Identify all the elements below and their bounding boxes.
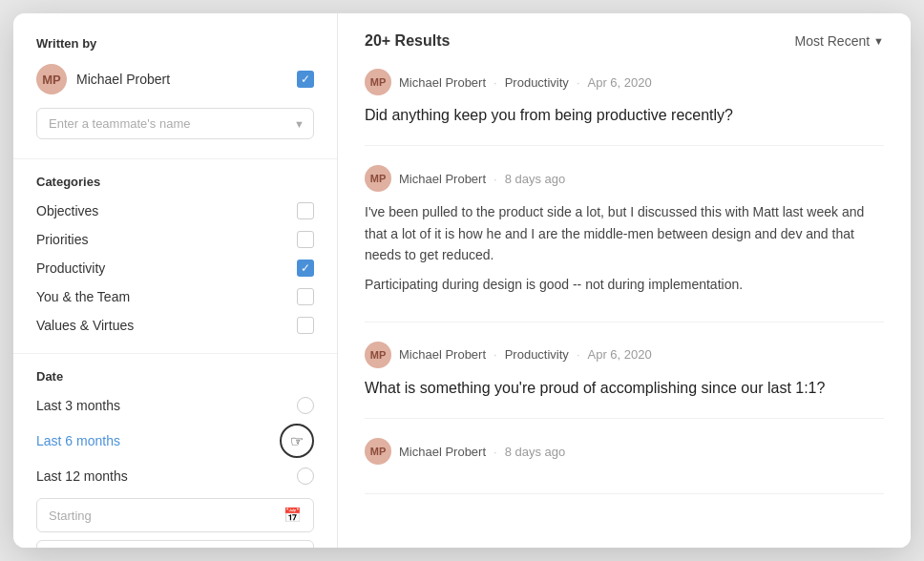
- result-response-text-2a: I've been pulled to the product side a l…: [365, 201, 884, 265]
- category-label-objectives: Objectives: [36, 203, 98, 218]
- date-label: Date: [36, 369, 314, 384]
- result-avatar-1: MP: [365, 69, 391, 95]
- date-label-6months: Last 6 months: [36, 433, 120, 448]
- result-avatar-2: MP: [365, 165, 391, 192]
- category-item-objectives: Objectives: [36, 202, 314, 219]
- results-count: 20+ Results: [365, 32, 450, 50]
- result-tag-3: Productivity: [505, 347, 569, 362]
- result-tag-1: Productivity: [505, 75, 569, 90]
- category-item-you-team: You & the Team: [36, 288, 314, 305]
- category-label-values: Values & Virtues: [36, 318, 134, 333]
- date-radio-6months[interactable]: ☞: [280, 424, 314, 458]
- date-label-3months: Last 3 months: [36, 398, 120, 413]
- result-response-text-2b: Participating during design is good -- n…: [365, 274, 884, 295]
- result-card-4: MP Michael Probert · 8 days ago: [365, 438, 884, 494]
- result-date-1: Apr 6, 2020: [588, 75, 652, 90]
- teammate-input[interactable]: [36, 108, 314, 139]
- author-avatar: MP: [36, 64, 67, 94]
- divider-1: [13, 158, 337, 159]
- result-timeago-4: 8 days ago: [505, 445, 566, 459]
- sort-chevron-icon: ▼: [873, 35, 884, 47]
- category-label-priorities: Priorities: [36, 232, 88, 247]
- sort-select[interactable]: Most Recent ▼: [795, 33, 884, 49]
- result-card-1: MP Michael Probert · Productivity · Apr …: [365, 69, 884, 146]
- starting-date-wrap[interactable]: Starting 📅: [36, 498, 314, 532]
- result-author-4: Michael Probert: [399, 445, 486, 459]
- result-avatar-3: MP: [365, 342, 391, 368]
- teammate-input-wrap: ▼: [36, 108, 314, 139]
- date-radio-12months[interactable]: [297, 468, 314, 485]
- date-inputs: Starting 📅 Ending 📅: [36, 498, 314, 548]
- cursor-pointer-icon: ☞: [290, 432, 304, 450]
- result-card-2: MP Michael Probert · 8 days ago I've bee…: [365, 165, 884, 322]
- result-question-1: Did anything keep you from being product…: [365, 105, 884, 126]
- result-author-1: Michael Probert: [399, 75, 486, 90]
- teammate-dropdown-icon: ▼: [294, 118, 304, 130]
- date-options: Last 3 months Last 6 months ☞ Last 12 mo…: [36, 397, 314, 485]
- date-option-3months: Last 3 months: [36, 397, 314, 414]
- sort-label: Most Recent: [795, 33, 871, 49]
- date-label-12months: Last 12 months: [36, 468, 128, 484]
- result-date-3: Apr 6, 2020: [588, 347, 652, 362]
- starting-date-text: Starting: [49, 509, 284, 523]
- author-checkbox[interactable]: ✓: [297, 71, 314, 88]
- date-option-6months: Last 6 months ☞: [36, 424, 314, 458]
- result-card-3: MP Michael Probert · Productivity · Apr …: [365, 342, 884, 419]
- category-item-values: Values & Virtues: [36, 317, 314, 334]
- result-author-2: Michael Probert: [399, 172, 486, 186]
- calendar-icon-start: 📅: [284, 507, 302, 524]
- date-radio-3months[interactable]: [297, 397, 314, 414]
- result-timeago-2: 8 days ago: [505, 172, 566, 186]
- category-checkbox-values[interactable]: [297, 317, 314, 334]
- category-item-productivity: Productivity ✓: [36, 260, 314, 277]
- category-checkbox-you-team[interactable]: [297, 288, 314, 305]
- results-header: 20+ Results Most Recent ▼: [365, 32, 884, 50]
- date-section: Date Last 3 months Last 6 months ☞ Last …: [36, 369, 314, 548]
- left-panel: Written by MP Michael Probert ✓ ▼ Catego…: [13, 13, 338, 548]
- category-checkbox-objectives[interactable]: [297, 202, 314, 219]
- right-panel: 20+ Results Most Recent ▼ MP Michael Pro…: [338, 13, 911, 548]
- category-item-priorities: Priorities: [36, 231, 314, 248]
- result-meta-3: MP Michael Probert · Productivity · Apr …: [365, 342, 884, 368]
- category-checkbox-priorities[interactable]: [297, 231, 314, 248]
- date-option-12months: Last 12 months: [36, 468, 314, 485]
- category-list: Objectives Priorities Productivity ✓ You…: [36, 202, 314, 334]
- result-question-3: What is something you're proud of accomp…: [365, 378, 884, 399]
- result-meta-2: MP Michael Probert · 8 days ago: [365, 165, 884, 192]
- category-label-you-team: You & the Team: [36, 289, 130, 304]
- result-avatar-4: MP: [365, 438, 391, 465]
- divider-2: [13, 353, 337, 354]
- result-response-2: I've been pulled to the product side a l…: [365, 201, 884, 295]
- author-row: MP Michael Probert ✓: [36, 64, 314, 94]
- category-checkbox-productivity[interactable]: ✓: [297, 260, 314, 277]
- author-name: Michael Probert: [76, 72, 287, 87]
- categories-label: Categories: [36, 175, 314, 189]
- written-by-label: Written by: [36, 36, 314, 51]
- result-meta-1: MP Michael Probert · Productivity · Apr …: [365, 69, 884, 95]
- result-author-3: Michael Probert: [399, 347, 486, 362]
- result-meta-4: MP Michael Probert · 8 days ago: [365, 438, 884, 465]
- ending-date-wrap[interactable]: Ending 📅: [36, 540, 314, 548]
- category-label-productivity: Productivity: [36, 260, 105, 276]
